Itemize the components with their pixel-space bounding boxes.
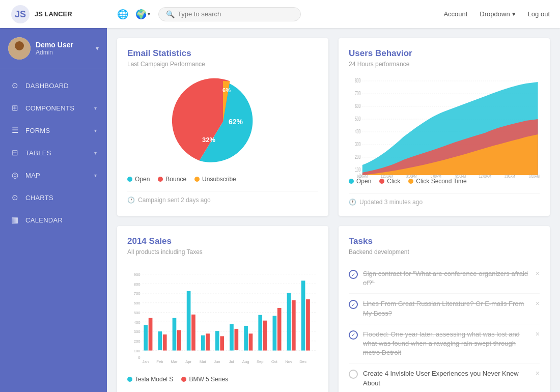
task-text-1: Sign contract for "What are conference o… [363, 269, 530, 288]
tesla-dot [127, 377, 132, 382]
svg-text:300: 300 [355, 142, 360, 148]
task-text-2: Lines From Great Russian Literature? Or … [363, 299, 530, 318]
navbar-icon-group: 🌐 🌍▾ [117, 9, 150, 20]
search-icon: 🔍 [166, 10, 175, 18]
svg-rect-59 [206, 333, 210, 350]
svg-rect-70 [287, 293, 291, 350]
svg-text:200: 200 [355, 154, 360, 160]
svg-text:JS: JS [15, 9, 26, 19]
sales-title: 2014 Sales [127, 236, 318, 246]
svg-text:62%: 62% [228, 118, 243, 126]
task-item-1: Sign contract for "What are conference o… [349, 264, 540, 294]
behavior-click-label: Click [387, 178, 400, 185]
search-input[interactable] [178, 10, 293, 18]
behavior-open-dot [349, 179, 354, 184]
navbar-right: Account Dropdown ▾ Log out [443, 10, 550, 18]
svg-rect-67 [263, 321, 267, 351]
legend-unsubscribe: Unsubscribe [194, 176, 236, 183]
svg-rect-73 [306, 299, 310, 351]
svg-rect-69 [277, 308, 282, 351]
task-item-2: Lines From Great Russian Literature? Or … [349, 294, 540, 324]
task-close-4[interactable]: × [536, 369, 540, 377]
puzzle-icon[interactable]: 🌐 [117, 9, 128, 20]
clock-icon: 🕐 [127, 197, 135, 204]
pie-chart: 62% 32% 6% [172, 76, 274, 167]
area-chart: 800 700 600 500 400 300 200 100 0 [349, 76, 540, 178]
task-close-2[interactable]: × [536, 299, 540, 307]
pie-chart-container: 62% 32% 6% [127, 76, 318, 167]
svg-rect-65 [249, 333, 253, 350]
search-box[interactable]: 🔍 [158, 7, 301, 21]
svg-text:Dec: Dec [299, 359, 306, 364]
svg-rect-57 [191, 315, 195, 351]
svg-rect-58 [201, 335, 205, 351]
task-checkbox-3[interactable] [349, 330, 358, 340]
svg-text:6%: 6% [222, 87, 231, 93]
sales-legend: Tesla Model S BMW 5 Series [127, 376, 318, 383]
task-close-3[interactable]: × [536, 330, 540, 338]
bmw-dot [181, 377, 186, 382]
legend-bounce-label: Bounce [165, 176, 186, 183]
svg-text:900: 900 [134, 272, 141, 277]
task-item-4: Create 4 Invisible User Experiences you … [349, 363, 540, 392]
svg-text:6:00AM: 6:00AM [529, 174, 540, 178]
logo-text: JS LANCER [35, 10, 72, 18]
main-content: Email Statistics Last Campaign Performan… [107, 28, 560, 392]
svg-rect-66 [258, 315, 262, 351]
account-link[interactable]: Account [443, 10, 467, 18]
svg-text:Oct: Oct [271, 359, 278, 364]
task-checkbox-2[interactable] [349, 300, 358, 309]
svg-text:9:00AM: 9:00AM [357, 174, 368, 178]
sidebar-nav: ⊙ DASHBOARD ⊞ COMPONENTS ▾ ☰ FORMS ▾ ⊟ T… [0, 69, 107, 236]
user-info: Demo User Admin [36, 41, 96, 56]
globe-icon[interactable]: 🌍▾ [135, 9, 150, 20]
history-icon: 🕐 [349, 199, 356, 206]
logo-icon: JS [10, 4, 31, 24]
sidebar-item-dashboard[interactable]: ⊙ DASHBOARD [0, 74, 107, 97]
svg-rect-68 [273, 316, 277, 350]
svg-rect-62 [230, 324, 234, 351]
task-close-1[interactable]: × [536, 269, 540, 277]
svg-text:500: 500 [355, 116, 360, 122]
svg-rect-72 [301, 281, 305, 350]
components-icon: ⊞ [10, 103, 19, 113]
sidebar-item-map[interactable]: ◎ MAP ▾ [0, 164, 107, 186]
svg-text:Feb: Feb [156, 359, 163, 364]
dropdown-menu[interactable]: Dropdown ▾ [480, 10, 515, 18]
users-behavior-card: Users Behavior 24 Hours performance 800 … [339, 38, 550, 216]
sidebar-label-components: COMPONENTS [25, 104, 88, 112]
dropdown-chevron: ▾ [512, 10, 516, 18]
svg-rect-64 [244, 326, 248, 351]
legend-unsubscribe-label: Unsubscribe [202, 176, 236, 183]
user-chevron-icon: ▾ [96, 45, 99, 52]
svg-rect-61 [220, 336, 224, 350]
task-checkbox-1[interactable] [349, 270, 358, 279]
behavior-open-label: Open [356, 178, 371, 185]
calendar-icon: ▦ [10, 215, 19, 225]
behavior-footer-text: Updated 3 minutes ago [359, 199, 423, 206]
navbar: JS JS LANCER 🌐 🌍▾ 🔍 Account Dropdown ▾ L… [0, 0, 560, 28]
sidebar-user[interactable]: Demo User Admin ▾ [0, 28, 107, 69]
svg-text:300: 300 [134, 329, 141, 334]
sidebar-item-components[interactable]: ⊞ COMPONENTS ▾ [0, 97, 107, 119]
sales-subtitle: All products including Taxes [127, 248, 318, 256]
sidebar-item-forms[interactable]: ☰ FORMS ▾ [0, 119, 107, 142]
task-checkbox-4[interactable] [349, 370, 358, 379]
svg-text:700: 700 [355, 91, 360, 97]
svg-text:3:00PM: 3:00PM [406, 174, 417, 178]
svg-text:Sep: Sep [257, 359, 264, 364]
behavior-legend-open: Open [349, 178, 371, 185]
sidebar-item-charts[interactable]: ⊙ CHARTS [0, 186, 107, 209]
svg-text:32%: 32% [202, 136, 215, 144]
sidebar-item-tables[interactable]: ⊟ TABLES ▾ [0, 142, 107, 164]
sales-legend-bmw: BMW 5 Series [181, 376, 228, 383]
sidebar: Demo User Admin ▾ ⊙ DASHBOARD ⊞ COMPONEN… [0, 28, 107, 392]
logout-link[interactable]: Log out [528, 10, 550, 18]
svg-text:9:00PM: 9:00PM [455, 174, 466, 178]
forms-icon: ☰ [10, 126, 19, 135]
sidebar-item-calendar[interactable]: ▦ CALENDAR [0, 209, 107, 231]
svg-text:Nov: Nov [285, 359, 292, 364]
svg-rect-71 [292, 300, 296, 351]
bar-chart: 900 800 700 600 500 400 300 200 100 0 [127, 264, 318, 376]
svg-text:Jul: Jul [229, 359, 234, 364]
